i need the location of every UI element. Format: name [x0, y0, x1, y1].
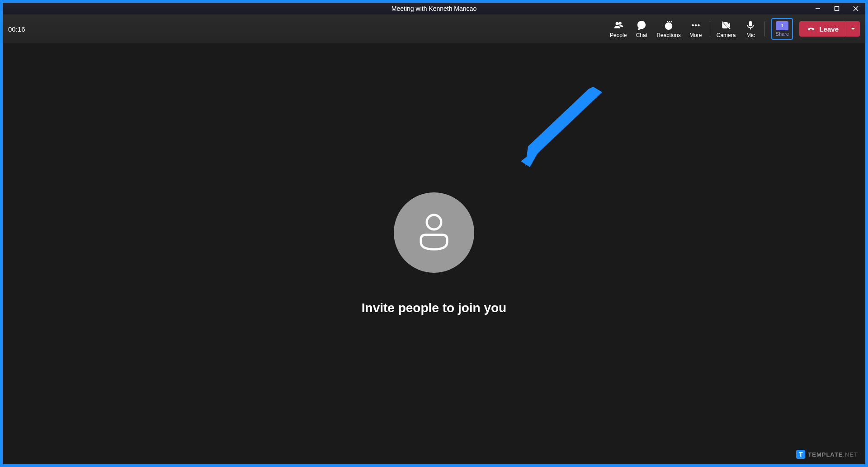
- svg-marker-21: [521, 145, 542, 167]
- people-icon: [613, 20, 623, 31]
- mic-icon: [745, 20, 755, 31]
- chat-icon: [637, 20, 646, 31]
- person-icon: [417, 213, 451, 252]
- mic-label: Mic: [746, 32, 755, 38]
- more-label: More: [689, 32, 702, 38]
- share-button[interactable]: Share: [771, 18, 793, 40]
- mic-button[interactable]: Mic: [739, 18, 762, 40]
- svg-point-13: [695, 24, 697, 26]
- toolbar-divider: [764, 21, 765, 37]
- toolbar-buttons: People Chat Reactions More: [606, 14, 860, 43]
- participant-avatar-placeholder: [394, 192, 474, 273]
- svg-point-14: [698, 24, 699, 26]
- camera-button[interactable]: Camera: [713, 18, 740, 40]
- svg-point-9: [665, 23, 672, 29]
- watermark-text: TEMPLATE.NET: [808, 451, 858, 458]
- window-controls: [808, 3, 865, 14]
- reactions-label: Reactions: [656, 32, 680, 38]
- invite-message: Invite people to join you: [362, 301, 506, 315]
- leave-button-group: Leave: [799, 21, 860, 37]
- minimize-button[interactable]: [808, 3, 827, 14]
- close-button[interactable]: [846, 3, 865, 14]
- more-icon: [691, 20, 701, 31]
- meeting-stage: Invite people to join you: [3, 43, 865, 464]
- reactions-icon: [664, 20, 674, 31]
- watermark-badge: T: [796, 450, 805, 459]
- svg-rect-17: [750, 21, 752, 26]
- maximize-button[interactable]: [827, 3, 846, 14]
- share-icon: [776, 21, 788, 30]
- svg-point-5: [619, 22, 621, 24]
- camera-off-icon: [721, 20, 731, 31]
- minimize-icon: [815, 6, 821, 11]
- toolbar-divider: [710, 21, 710, 37]
- maximize-icon: [834, 6, 840, 11]
- meeting-toolbar: 00:16 People Chat Reactions: [3, 14, 865, 43]
- reactions-button[interactable]: Reactions: [653, 18, 684, 40]
- people-button[interactable]: People: [606, 18, 630, 40]
- chat-button[interactable]: Chat: [630, 18, 653, 40]
- svg-point-6: [638, 21, 646, 28]
- svg-point-11: [670, 25, 670, 25]
- titlebar: Meeting with Kenneth Mancao: [3, 3, 865, 14]
- chat-label: Chat: [636, 32, 647, 38]
- share-label: Share: [776, 31, 789, 37]
- watermark-bold: TEMPLATE: [808, 451, 843, 458]
- svg-point-4: [616, 22, 618, 25]
- close-icon: [853, 6, 859, 11]
- window-title: Meeting with Kenneth Mancao: [392, 5, 476, 12]
- more-button[interactable]: More: [684, 18, 707, 40]
- svg-point-19: [427, 215, 441, 229]
- annotation-arrow: [521, 87, 607, 168]
- leave-label: Leave: [819, 25, 839, 33]
- meeting-window: Meeting with Kenneth Mancao 00:16 People: [3, 3, 865, 464]
- meeting-timer: 00:16: [8, 25, 25, 33]
- svg-point-12: [692, 24, 694, 26]
- hangup-icon: [807, 24, 816, 33]
- leave-dropdown-button[interactable]: [846, 21, 860, 37]
- leave-button[interactable]: Leave: [799, 21, 846, 37]
- watermark-light: .NET: [843, 451, 858, 458]
- svg-point-10: [667, 25, 668, 25]
- people-label: People: [610, 32, 627, 38]
- watermark: T TEMPLATE.NET: [796, 450, 858, 459]
- svg-marker-20: [525, 87, 602, 166]
- camera-label: Camera: [717, 32, 736, 38]
- svg-rect-1: [835, 7, 839, 11]
- chevron-down-icon: [850, 26, 856, 32]
